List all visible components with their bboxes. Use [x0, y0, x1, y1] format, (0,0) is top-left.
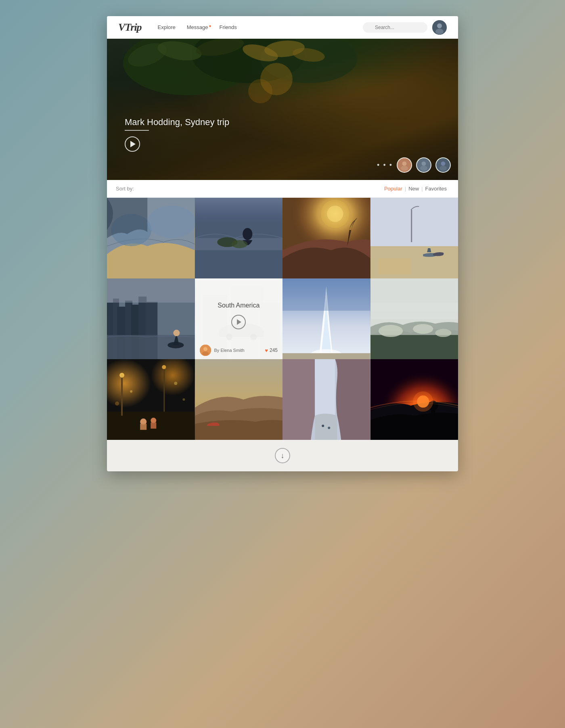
- svg-point-21: [441, 161, 446, 166]
- hero-title: Mark Hodding, Sydney trip: [125, 117, 229, 128]
- app-container: VTrip Explore Message Friends ⌕: [107, 16, 458, 471]
- hero-section: Mark Hodding, Sydney trip • • •: [107, 39, 458, 180]
- hero-play-button[interactable]: [125, 136, 140, 152]
- nav-message[interactable]: Message: [187, 24, 208, 30]
- svg-rect-41: [379, 258, 411, 274]
- svg-point-1: [437, 23, 442, 28]
- sort-new[interactable]: New: [406, 186, 421, 192]
- svg-point-25: [147, 206, 195, 238]
- svg-point-2: [435, 29, 444, 34]
- svg-point-29: [243, 228, 252, 240]
- hero-underline: [125, 130, 149, 131]
- card-likes: ♥ 245: [265, 347, 278, 354]
- photo-bg-9: [107, 359, 195, 440]
- svg-rect-39: [370, 198, 458, 246]
- grid-item-7[interactable]: [282, 278, 370, 359]
- nav-explore[interactable]: Explore: [158, 24, 176, 30]
- photo-bg-7: [282, 278, 370, 359]
- hero-bottom-right: • • •: [377, 157, 451, 173]
- grid-item-10[interactable]: [195, 359, 283, 440]
- grid-item-1[interactable]: [107, 198, 195, 278]
- hero-dots: • • •: [377, 161, 393, 169]
- card-author-name: By Elena Smith: [214, 348, 262, 353]
- svg-point-80: [119, 373, 124, 378]
- sort-popular[interactable]: Popular: [382, 186, 405, 192]
- grid-item-11[interactable]: [282, 359, 370, 440]
- load-more-section: ↓: [107, 440, 458, 471]
- photo-bg-5: [107, 278, 195, 359]
- svg-point-93: [328, 427, 330, 429]
- photo-bg-1: [107, 198, 195, 278]
- svg-point-15: [402, 161, 407, 166]
- grid-item-8[interactable]: [370, 278, 458, 359]
- photo-bg-10: [195, 359, 283, 440]
- hero-avatar-2[interactable]: [416, 157, 431, 173]
- heart-icon: ♥: [265, 347, 268, 354]
- grid-item-4[interactable]: [370, 198, 458, 278]
- card-play-button[interactable]: [231, 315, 246, 329]
- svg-rect-67: [282, 353, 370, 359]
- svg-point-88: [115, 402, 119, 406]
- svg-rect-32: [195, 198, 283, 226]
- sort-bar: Sort by: Popular | New | Favorites: [107, 180, 458, 198]
- card-likes-count: 245: [270, 347, 278, 353]
- svg-rect-81: [163, 367, 165, 412]
- load-more-button[interactable]: ↓: [275, 448, 290, 463]
- photo-grid: South America By Elena Smith ♥ 245: [107, 198, 458, 440]
- nav-right: ⌕: [363, 20, 447, 35]
- svg-rect-28: [195, 250, 283, 278]
- hero-avatar-1[interactable]: [397, 157, 412, 173]
- svg-point-74: [435, 329, 451, 337]
- svg-point-63: [202, 351, 209, 356]
- hero-content: Mark Hodding, Sydney trip: [125, 117, 229, 152]
- grid-item-south-america[interactable]: South America By Elena Smith ♥ 245: [195, 278, 283, 359]
- svg-point-36: [321, 200, 349, 228]
- hero-avatar-3[interactable]: [435, 157, 451, 173]
- photo-bg-2: [195, 198, 283, 278]
- svg-point-84: [151, 418, 156, 423]
- photo-bg-11: [282, 359, 370, 440]
- photo-bg-12: [370, 359, 458, 440]
- card-author-avatar: [200, 345, 211, 356]
- svg-rect-53: [107, 278, 195, 303]
- svg-point-62: [203, 347, 207, 351]
- grid-item-12[interactable]: [370, 359, 458, 440]
- search-input[interactable]: [363, 22, 427, 33]
- svg-rect-40: [411, 210, 412, 242]
- navbar: VTrip Explore Message Friends ⌕: [107, 16, 458, 39]
- sort-options: Popular | New | Favorites: [382, 186, 449, 192]
- svg-point-31: [231, 240, 247, 248]
- sort-label: Sort by:: [116, 186, 382, 192]
- grid-item-3[interactable]: [282, 198, 370, 278]
- user-avatar[interactable]: [432, 20, 447, 35]
- photo-bg-3: [282, 198, 370, 278]
- grid-item-5[interactable]: [107, 278, 195, 359]
- svg-point-87: [182, 398, 185, 401]
- svg-point-16: [401, 166, 408, 171]
- svg-point-72: [379, 325, 403, 337]
- photo-bg-4: [370, 198, 458, 278]
- grid-item-2[interactable]: [195, 198, 283, 278]
- svg-point-86: [174, 382, 177, 385]
- photo-bg-8: [370, 278, 458, 359]
- grid-item-9[interactable]: [107, 359, 195, 440]
- svg-point-82: [162, 365, 166, 369]
- logo[interactable]: VTrip: [118, 21, 142, 33]
- svg-point-52: [173, 330, 180, 336]
- svg-point-22: [439, 166, 447, 171]
- nav-links: Explore Message Friends: [158, 24, 363, 30]
- svg-point-18: [422, 161, 426, 166]
- svg-rect-79: [121, 375, 123, 416]
- search-wrapper: ⌕: [363, 22, 427, 33]
- svg-point-19: [420, 166, 427, 171]
- card-footer: By Elena Smith ♥ 245: [195, 341, 283, 359]
- svg-rect-71: [370, 303, 458, 319]
- sort-favorites[interactable]: Favorites: [423, 186, 449, 192]
- svg-point-73: [413, 324, 433, 334]
- svg-point-92: [322, 425, 324, 427]
- svg-point-85: [130, 390, 132, 393]
- load-more-icon: ↓: [281, 452, 285, 460]
- card-south-america-title: South America: [218, 302, 259, 309]
- nav-friends[interactable]: Friends: [219, 24, 236, 30]
